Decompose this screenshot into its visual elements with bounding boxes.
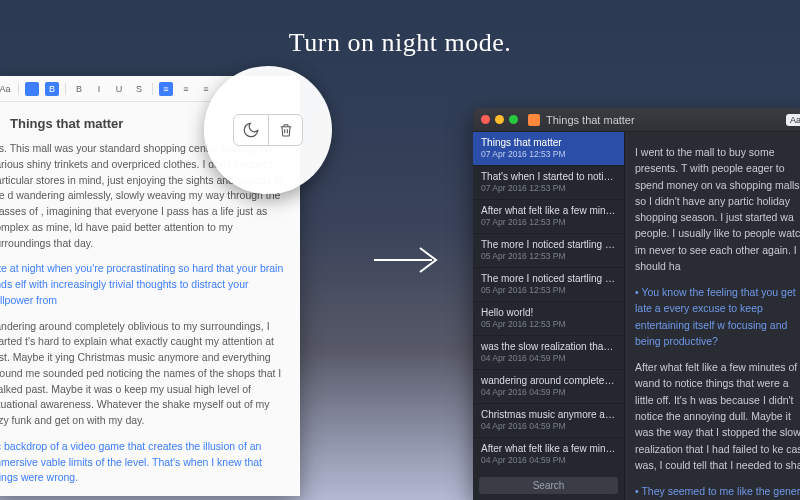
note-date: 07 Apr 2016 12:53 PM bbox=[481, 183, 616, 193]
minimize-icon[interactable] bbox=[495, 115, 504, 124]
paragraph-accent: ric backdrop of a video game that create… bbox=[0, 439, 290, 486]
divider bbox=[18, 83, 19, 95]
note-title: That's when I started to notice... bbox=[481, 171, 616, 182]
text-style-button[interactable]: Aa bbox=[786, 114, 800, 126]
titlebar: Things that matter Aa bbox=[473, 108, 800, 132]
sidebar-note-item[interactable]: Hello world!05 Apr 2016 12:53 PM bbox=[473, 302, 624, 336]
note-title: Hello world! bbox=[481, 307, 616, 318]
trash-icon bbox=[278, 121, 294, 139]
note-title: The more I noticed startling si... bbox=[481, 239, 616, 250]
paragraph: vandering around completely oblivious to… bbox=[0, 319, 290, 429]
window-title: Things that matter bbox=[546, 114, 780, 126]
paragraph-accent: They seemed to me like the generic b env… bbox=[635, 483, 800, 500]
note-title: After what felt like a few minut... bbox=[481, 205, 616, 216]
sidebar-note-item[interactable]: The more I noticed startling si...05 Apr… bbox=[473, 268, 624, 302]
headline: Turn on night mode. bbox=[0, 0, 800, 58]
note-title: wandering around completely... bbox=[481, 375, 616, 386]
list-button-3[interactable]: ≡ bbox=[199, 82, 213, 96]
paragraph: After what felt like a few minutes of wa… bbox=[635, 359, 800, 473]
sidebar-note-item[interactable]: wandering around completely...04 Apr 201… bbox=[473, 370, 624, 404]
sidebar-note-item[interactable]: was the slow realization that I...04 Apr… bbox=[473, 336, 624, 370]
font-style-button[interactable]: Aa bbox=[0, 82, 12, 96]
list-button[interactable]: ≡ bbox=[159, 82, 173, 96]
sidebar-note-item[interactable]: Christmas music anymore and...04 Apr 201… bbox=[473, 404, 624, 438]
transition-arrow bbox=[370, 240, 450, 280]
toolbar-blue-button-1[interactable] bbox=[25, 82, 39, 96]
note-date: 07 Apr 2016 12:53 PM bbox=[481, 149, 616, 159]
strike-button[interactable]: S bbox=[132, 82, 146, 96]
app-icon bbox=[528, 114, 540, 126]
segmented-control bbox=[233, 114, 303, 146]
note-title: was the slow realization that I... bbox=[481, 341, 616, 352]
underline-button[interactable]: U bbox=[112, 82, 126, 96]
notes-list: Things that matter07 Apr 2016 12:53 PMTh… bbox=[473, 132, 624, 471]
note-date: 05 Apr 2016 12:53 PM bbox=[481, 319, 616, 329]
moon-icon bbox=[242, 121, 260, 139]
sidebar-note-item[interactable]: That's when I started to notice...07 Apr… bbox=[473, 166, 624, 200]
delete-button[interactable] bbox=[268, 115, 302, 145]
sidebar-note-item[interactable]: Things that matter07 Apr 2016 12:53 PM bbox=[473, 132, 624, 166]
note-title: Things that matter bbox=[481, 137, 616, 148]
note-title: The more I noticed startling si... bbox=[481, 273, 616, 284]
notes-sidebar: Things that matter07 Apr 2016 12:53 PMTh… bbox=[473, 132, 625, 500]
close-icon[interactable] bbox=[481, 115, 490, 124]
zoom-icon[interactable] bbox=[509, 115, 518, 124]
sidebar-note-item[interactable]: After what felt like a few minut...04 Ap… bbox=[473, 438, 624, 471]
italic-button[interactable]: I bbox=[92, 82, 106, 96]
note-editor[interactable]: I went to the mall to buy some presents.… bbox=[625, 132, 800, 500]
paragraph-accent: You know the feeling that you get late a… bbox=[635, 284, 800, 349]
divider bbox=[152, 83, 153, 95]
note-date: 04 Apr 2016 04:59 PM bbox=[481, 353, 616, 363]
note-date: 04 Apr 2016 04:59 PM bbox=[481, 421, 616, 431]
note-date: 07 Apr 2016 12:53 PM bbox=[481, 217, 616, 227]
note-title: After what felt like a few minut... bbox=[481, 443, 616, 454]
note-date: 04 Apr 2016 04:59 PM bbox=[481, 387, 616, 397]
note-date: 05 Apr 2016 12:53 PM bbox=[481, 251, 616, 261]
paragraph: I went to the mall to buy some presents.… bbox=[635, 144, 800, 274]
promo-stage: Turn on night mode. Aa B B I U S ≡ ≡ ≡ T… bbox=[0, 0, 800, 500]
night-mode-button[interactable] bbox=[234, 115, 268, 145]
search-field[interactable]: Search bbox=[479, 477, 618, 494]
sidebar-note-item[interactable]: The more I noticed startling si...05 Apr… bbox=[473, 234, 624, 268]
note-title: Christmas music anymore and... bbox=[481, 409, 616, 420]
window-controls bbox=[481, 115, 518, 124]
note-date: 05 Apr 2016 12:53 PM bbox=[481, 285, 616, 295]
dark-app-window: Things that matter Aa Things that matter… bbox=[473, 108, 800, 500]
paragraph-accent: late at night when you're procrastinatin… bbox=[0, 261, 290, 308]
document-body[interactable]: nts. This mall was your standard shoppin… bbox=[0, 141, 300, 496]
note-date: 04 Apr 2016 04:59 PM bbox=[481, 455, 616, 465]
font-b-indicator[interactable]: B bbox=[45, 82, 59, 96]
magnifier-bubble bbox=[204, 66, 332, 194]
sidebar-note-item[interactable]: After what felt like a few minut...07 Ap… bbox=[473, 200, 624, 234]
bold-button[interactable]: B bbox=[72, 82, 86, 96]
window-content: Things that matter07 Apr 2016 12:53 PMTh… bbox=[473, 132, 800, 500]
list-button-2[interactable]: ≡ bbox=[179, 82, 193, 96]
divider bbox=[65, 83, 66, 95]
